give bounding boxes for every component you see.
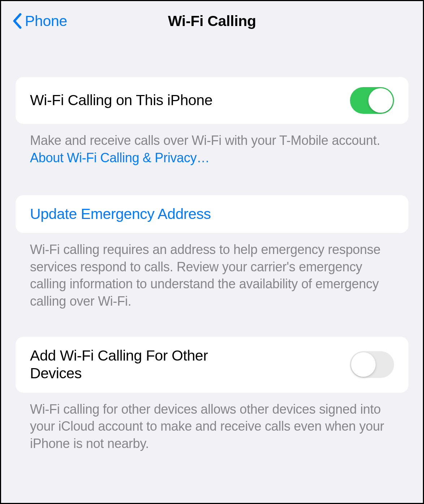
footer-wifi-calling: Make and receive calls over Wi-Fi with y… bbox=[16, 124, 408, 166]
footer-other-devices: Wi-Fi calling for other devices allows o… bbox=[16, 393, 408, 452]
back-button[interactable]: Phone bbox=[12, 13, 67, 30]
link-about-wifi-calling-privacy[interactable]: About Wi-Fi Calling & Privacy… bbox=[30, 150, 209, 165]
page-title: Wi-Fi Calling bbox=[168, 13, 256, 30]
back-label: Phone bbox=[25, 13, 67, 30]
toggle-knob bbox=[368, 88, 393, 113]
row-label: Wi-Fi Calling on This iPhone bbox=[30, 91, 212, 109]
row-wifi-calling-this-iphone: Wi-Fi Calling on This iPhone bbox=[16, 77, 408, 124]
content: Wi-Fi Calling on This iPhone Make and re… bbox=[1, 41, 423, 452]
chevron-left-icon bbox=[12, 13, 22, 29]
toggle-wifi-calling-this-iphone[interactable] bbox=[350, 87, 394, 114]
navbar: Phone Wi-Fi Calling bbox=[1, 1, 423, 41]
settings-group-wifi-calling: Wi-Fi Calling on This iPhone bbox=[16, 77, 408, 124]
settings-group-other-devices: Add Wi-Fi Calling For Other Devices bbox=[16, 337, 408, 392]
toggle-knob bbox=[351, 352, 376, 377]
toggle-add-wifi-calling-other-devices[interactable] bbox=[350, 351, 394, 378]
footer-emergency-address: Wi-Fi calling requires an address to hel… bbox=[16, 233, 408, 310]
footer-text-span: Make and receive calls over Wi-Fi with y… bbox=[30, 133, 380, 148]
settings-group-emergency-address: Update Emergency Address bbox=[16, 195, 408, 233]
row-label: Add Wi-Fi Calling For Other Devices bbox=[30, 347, 261, 382]
row-add-wifi-calling-other-devices: Add Wi-Fi Calling For Other Devices bbox=[16, 337, 408, 392]
link-update-emergency-address[interactable]: Update Emergency Address bbox=[16, 195, 408, 233]
